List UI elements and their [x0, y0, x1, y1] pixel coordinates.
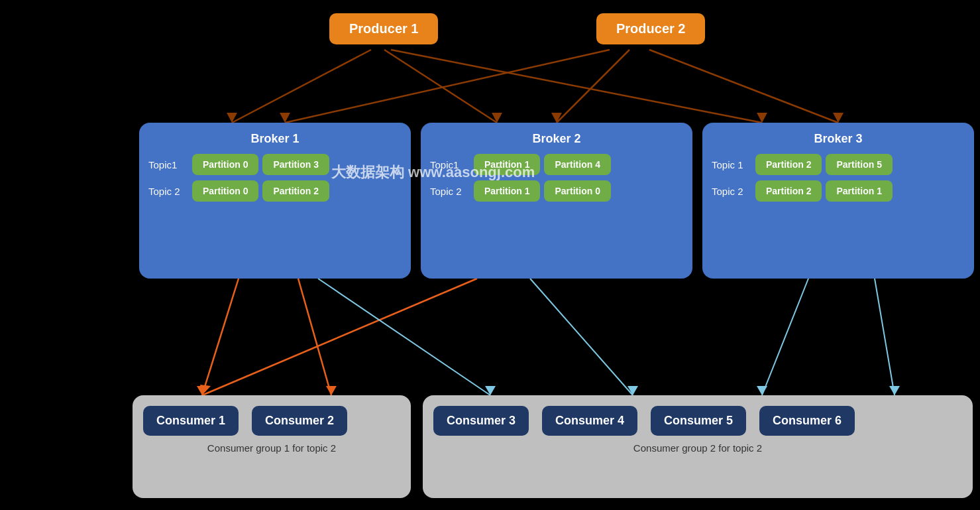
svg-line-4	[557, 50, 629, 123]
broker2-topic2-row: Topic 2 Partition 1 Partition 0	[430, 180, 683, 202]
broker3-t2p2: Partition 2	[755, 180, 822, 202]
svg-line-30	[762, 279, 808, 395]
svg-marker-23	[326, 386, 337, 395]
svg-marker-33	[889, 386, 900, 395]
broker3-topic2-label: Topic 2	[712, 186, 751, 197]
broker1-t2p2: Partition 2	[262, 180, 329, 202]
svg-marker-6	[227, 113, 237, 123]
broker2-p4: Partition 4	[544, 154, 610, 175]
consumer3-box: Consumer 3	[433, 406, 529, 436]
svg-marker-31	[757, 386, 767, 395]
producer2-label: Producer 2	[616, 21, 685, 36]
broker3-container: Broker 3 Topic 1 Partition 2 Partition 5…	[702, 123, 974, 279]
broker1-p0: Partition 0	[192, 154, 258, 175]
svg-line-20	[202, 279, 239, 395]
broker1-topic2-row: Topic 2 Partition 0 Partition 2	[148, 180, 402, 202]
producer1-label: Producer 1	[349, 21, 418, 36]
consumer-group2-label: Consumer group 2 for topic 2	[433, 442, 962, 454]
consumer-group2-row: Consumer 3 Consumer 4 Consumer 5 Consume…	[433, 406, 962, 436]
svg-line-5	[649, 50, 838, 123]
broker1-topic2-label: Topic 2	[148, 186, 188, 197]
broker1-topic1-label: Topic1	[148, 159, 188, 170]
svg-line-26	[318, 279, 490, 395]
diagram-container: Producer 1 Producer 2 Broker 1 Topic1 Pa…	[0, 0, 980, 510]
svg-marker-7	[492, 113, 502, 123]
broker3-p5: Partition 5	[826, 154, 892, 175]
broker3-t2p1: Partition 1	[826, 180, 892, 202]
svg-line-32	[875, 279, 895, 395]
broker1-title: Broker 1	[148, 132, 402, 146]
svg-line-24	[202, 279, 477, 395]
consumer-group1: Consumer 1 Consumer 2 Consumer group 1 f…	[133, 395, 411, 498]
svg-marker-29	[627, 386, 638, 395]
svg-line-28	[530, 279, 633, 395]
broker1-p3: Partition 3	[262, 154, 329, 175]
broker2-t2p1: Partition 1	[474, 180, 540, 202]
broker3-topic1-label: Topic 1	[712, 159, 751, 170]
broker1-container: Broker 1 Topic1 Partition 0 Partition 3 …	[139, 123, 411, 279]
svg-line-2	[391, 50, 762, 123]
broker2-title: Broker 2	[430, 132, 683, 146]
consumer5-box: Consumer 5	[651, 406, 746, 436]
broker2-container: Broker 2 Topic1 Partition 1 Partition 4 …	[421, 123, 692, 279]
consumer-group1-row: Consumer 1 Consumer 2	[143, 406, 400, 436]
watermark: 大数据架构 www.aasongj.com	[331, 162, 535, 182]
broker1-t2p0: Partition 0	[192, 180, 258, 202]
svg-marker-27	[485, 386, 496, 395]
svg-marker-21	[197, 386, 207, 395]
consumer4-box: Consumer 4	[542, 406, 637, 436]
producer2-box: Producer 2	[596, 13, 705, 44]
svg-marker-25	[200, 385, 211, 395]
broker3-title: Broker 3	[712, 132, 965, 146]
svg-line-1	[384, 50, 497, 123]
svg-marker-10	[551, 113, 562, 123]
svg-line-22	[298, 279, 331, 395]
svg-line-0	[232, 50, 371, 123]
broker2-t2p0: Partition 0	[544, 180, 610, 202]
svg-marker-9	[280, 113, 290, 123]
consumer1-box: Consumer 1	[143, 406, 239, 436]
consumer2-box: Consumer 2	[252, 406, 347, 436]
broker2-topic2-label: Topic 2	[430, 186, 470, 197]
broker3-topic1-row: Topic 1 Partition 2 Partition 5	[712, 154, 965, 175]
broker3-topic2-row: Topic 2 Partition 2 Partition 1	[712, 180, 965, 202]
producer1-box: Producer 1	[329, 13, 438, 44]
consumer6-box: Consumer 6	[759, 406, 855, 436]
consumer-group1-label: Consumer group 1 for topic 2	[143, 442, 400, 454]
svg-line-3	[285, 50, 610, 123]
svg-marker-8	[757, 113, 767, 123]
broker3-p2: Partition 2	[755, 154, 822, 175]
consumer-group2: Consumer 3 Consumer 4 Consumer 5 Consume…	[423, 395, 973, 498]
svg-marker-11	[833, 113, 844, 123]
